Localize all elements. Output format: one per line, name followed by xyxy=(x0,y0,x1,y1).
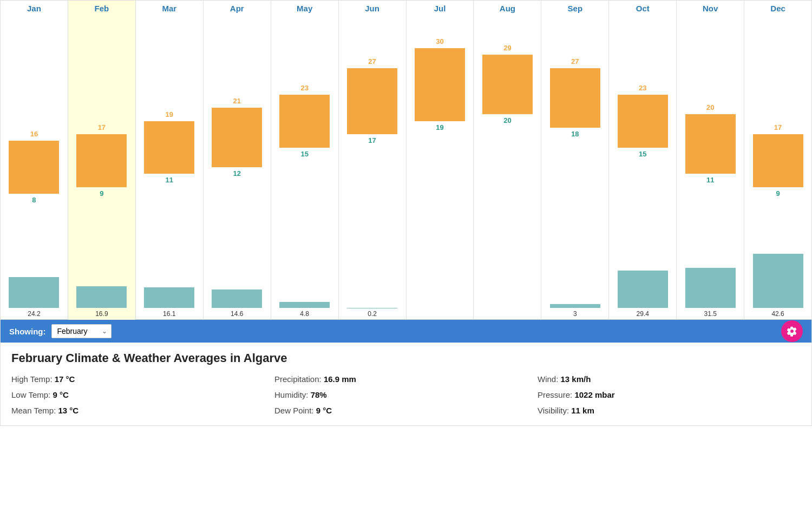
temp-bar-feb xyxy=(76,134,127,187)
precip-value-may: 4.8 xyxy=(300,310,309,318)
month-select[interactable]: JanuaryFebruaryMarchAprilMayJuneJulyAugu… xyxy=(51,324,112,338)
month-col-jun[interactable]: Jun27170.2 xyxy=(339,1,407,320)
low-temp-label: Low Temp: xyxy=(11,390,50,399)
month-col-feb[interactable]: Feb17916.9 xyxy=(68,1,136,320)
precip-bar-mar xyxy=(144,287,194,308)
precip-row: Precipitation: 16.9 mm xyxy=(274,373,538,385)
month-col-jul[interactable]: Jul3019 xyxy=(407,1,474,320)
low-temp-label-feb: 9 xyxy=(100,189,103,198)
precip-bar-sep xyxy=(550,304,600,308)
precip-value-jan: 24.2 xyxy=(28,310,40,318)
month-col-dec[interactable]: Dec17942.6 xyxy=(744,1,811,320)
precip-area-apr: 14.6 xyxy=(204,249,271,320)
month-col-apr[interactable]: Apr211214.6 xyxy=(204,1,271,320)
high-temp-label-jun: 27 xyxy=(368,57,376,65)
showing-label: Showing: xyxy=(9,327,46,336)
low-temp-label-may: 15 xyxy=(300,150,308,158)
precip-area-sep: 3 xyxy=(541,249,608,320)
high-temp-label: High Temp: xyxy=(11,374,53,384)
high-temp-row: High Temp: 17 °C xyxy=(11,373,274,385)
temp-bar-jan xyxy=(9,141,59,194)
precip-area-mar: 16.1 xyxy=(136,249,203,320)
temp-area-aug: 2920 xyxy=(474,15,541,249)
precip-area-jun: 0.2 xyxy=(339,249,406,320)
precip-bar-jan xyxy=(9,277,59,308)
month-col-oct[interactable]: Oct231529.4 xyxy=(609,1,677,320)
month-col-jan[interactable]: Jan16824.2 xyxy=(1,1,68,320)
month-label-dec: Dec xyxy=(744,1,811,15)
month-col-may[interactable]: May23154.8 xyxy=(271,1,339,320)
precip-bar-dec xyxy=(753,254,803,308)
low-temp-label-apr: 12 xyxy=(233,169,240,177)
precip-value-feb: 16.9 xyxy=(95,310,108,318)
temp-area-apr: 2112 xyxy=(204,15,271,249)
low-temp-label-oct: 15 xyxy=(639,150,646,158)
month-col-aug[interactable]: Aug2920 xyxy=(474,1,541,320)
low-temp-label-jan: 8 xyxy=(32,196,36,204)
month-col-mar[interactable]: Mar191116.1 xyxy=(136,1,204,320)
month-label-mar: Mar xyxy=(136,1,203,15)
humidity-row: Humidity: 78% xyxy=(274,389,538,401)
precip-value-jun: 0.2 xyxy=(368,310,377,318)
low-temp-label-jul: 19 xyxy=(436,123,443,131)
temp-bar-mar xyxy=(144,121,194,174)
month-label-jul: Jul xyxy=(407,1,474,15)
month-label-may: May xyxy=(271,1,338,15)
low-temp-label-nov: 11 xyxy=(706,176,714,184)
month-select-wrapper[interactable]: JanuaryFebruaryMarchAprilMayJuneJulyAugu… xyxy=(51,324,112,338)
humidity-label: Humidity: xyxy=(274,390,309,399)
precip-value: 16.9 mm xyxy=(324,374,356,384)
month-label-aug: Aug xyxy=(474,1,541,15)
month-label-jun: Jun xyxy=(339,1,406,15)
precip-label: Precipitation: xyxy=(274,374,322,384)
high-temp-label-sep: 27 xyxy=(571,57,579,65)
precip-bar-oct xyxy=(618,271,668,308)
precip-bar-nov xyxy=(685,268,736,308)
monthly-chart-area: Jan16824.2Feb17916.9Mar191116.1Apr211214… xyxy=(1,1,811,320)
precip-area-dec: 42.6 xyxy=(744,249,811,320)
precip-bar-feb xyxy=(76,286,127,308)
control-bar: Showing: JanuaryFebruaryMarchAprilMayJun… xyxy=(1,320,811,343)
temp-bar-nov xyxy=(685,114,736,174)
month-col-sep[interactable]: Sep27183 xyxy=(541,1,609,320)
precip-value-sep: 3 xyxy=(573,310,577,318)
temp-bar-dec xyxy=(753,134,803,187)
info-panel: February Climate & Weather Averages in A… xyxy=(1,343,811,425)
month-label-apr: Apr xyxy=(204,1,271,15)
low-temp-row: Low Temp: 9 °C xyxy=(11,389,274,401)
temp-area-jan: 168 xyxy=(1,15,68,249)
low-temp-label-dec: 9 xyxy=(776,189,780,198)
temp-area-jul: 3019 xyxy=(407,15,474,249)
precip-value-dec: 42.6 xyxy=(771,310,784,318)
month-label-oct: Oct xyxy=(609,1,676,15)
month-label-sep: Sep xyxy=(541,1,608,15)
precip-area-jul xyxy=(407,249,474,320)
temp-area-feb: 179 xyxy=(68,15,135,249)
temp-bar-sep xyxy=(550,68,600,128)
settings-button[interactable] xyxy=(781,320,803,342)
mean-temp-row: Mean Temp: 13 °C xyxy=(11,404,274,417)
precip-value-nov: 31.5 xyxy=(704,310,716,318)
temp-bar-jun xyxy=(347,68,397,134)
temp-area-jun: 2717 xyxy=(339,15,406,249)
pressure-value: 1022 mbar xyxy=(574,390,614,399)
wind-value: 13 km/h xyxy=(561,374,591,384)
high-temp-label-oct: 23 xyxy=(639,84,646,92)
high-temp-label-dec: 17 xyxy=(774,123,782,131)
low-temp-label-mar: 11 xyxy=(166,176,173,184)
month-label-feb: Feb xyxy=(68,1,135,15)
month-col-nov[interactable]: Nov201131.5 xyxy=(677,1,744,320)
precip-area-oct: 29.4 xyxy=(609,249,676,320)
temp-area-sep: 2718 xyxy=(541,15,608,249)
low-temp-label-jun: 17 xyxy=(368,136,376,144)
high-temp-value: 17 °C xyxy=(55,374,75,384)
visibility-label: Visibility: xyxy=(538,406,569,415)
high-temp-label-aug: 29 xyxy=(503,44,511,52)
temp-bar-apr xyxy=(212,108,262,167)
precip-area-aug xyxy=(474,249,541,320)
temp-area-mar: 1911 xyxy=(136,15,203,249)
dewpoint-label: Dew Point: xyxy=(274,406,314,415)
high-temp-label-mar: 19 xyxy=(166,110,173,119)
mean-temp-label: Mean Temp: xyxy=(11,406,56,415)
temp-area-may: 2315 xyxy=(271,15,338,249)
